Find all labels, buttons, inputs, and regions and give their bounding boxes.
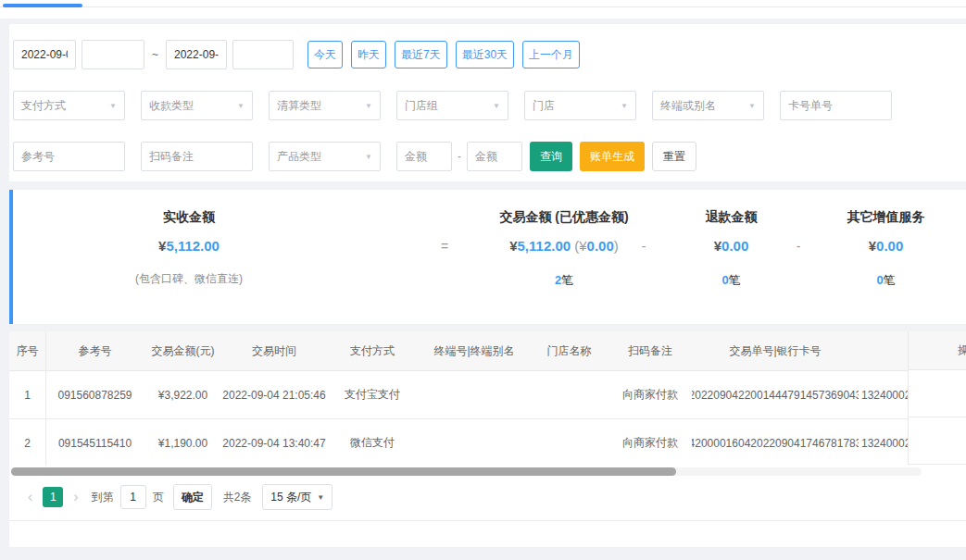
table-cell: 2 [9,419,46,466]
shortcut-lastmonth-button[interactable]: 上一个月 [522,41,580,68]
page-number-button[interactable]: 1 [43,487,63,507]
table-cell: 091560878259 [46,371,144,418]
store-group-select[interactable]: 门店组 ▼ [396,91,508,120]
start-time-input[interactable] [82,40,144,69]
shortcut-last30days-button[interactable]: 最近30天 [456,41,514,68]
operation-cell [909,417,966,465]
summary-col-received-amount: 实收金额 ¥5,112.00 (包含口碑、微信直连) [13,190,365,287]
operation-column-header: 操作 [909,331,966,370]
table-cell [530,419,608,466]
summary-count: 0笔 [650,272,812,289]
table-cell: 2022-09-04 21:05:46 [222,371,326,418]
shortcut-today-button[interactable]: 今天 [307,41,343,68]
operation-cell [909,370,966,417]
end-date-input[interactable] [166,40,227,69]
query-button[interactable]: 查询 [530,142,572,171]
caret-down-icon: ▼ [365,153,372,161]
pagination-bar: ‹ 1 › 到第 页 确定 共2条 15 条/页 ▼ [26,480,332,514]
pay-method-select[interactable]: 支付方式 ▼ [13,91,125,120]
caret-down-icon: ▼ [317,493,324,502]
table-body: 1091560878259¥3,922.002022-09-04 21:05:4… [9,371,966,466]
filter-panel: ~ 今天 昨天 最近7天 最近30天 上一个月 支付方式 ▼ 收款类型 ▼ 清算… [9,24,966,181]
table-cell: 2022-09-04 13:40:47 [222,419,326,466]
filter-row-dates: ~ 今天 昨天 最近7天 最近30天 上一个月 [13,40,962,69]
shortcut-yesterday-button[interactable]: 昨天 [351,41,386,68]
amount-max-input[interactable] [467,142,522,171]
terminal-alias-placeholder: 终端或别名 [660,98,716,114]
summary-count: 2笔 [448,272,680,289]
page-size-select[interactable]: 15 条/页 ▼ [262,484,332,510]
product-type-select[interactable]: 产品类型 ▼ [269,142,381,171]
summary-title: 退款金额 [650,209,812,226]
page-unit-label: 页 [153,490,164,505]
table-header-row: 序号参考号交易金额(元)交易时间支付方式终端号|终端别名门店名称扫码备注交易单号… [9,331,966,371]
caret-down-icon: ▼ [237,102,245,110]
reference-number-input[interactable] [13,142,125,171]
table-cell: 091545115410 [46,419,144,466]
confirm-page-button[interactable]: 确定 [173,484,212,510]
column-header: 终端号|终端别名 [419,331,530,370]
jump-to-page-label: 到第 [92,490,114,505]
transactions-table-panel: 序号参考号交易金额(元)交易时间支付方式终端号|终端别名门店名称扫码备注交易单号… [9,331,966,547]
column-header: 序号 [9,331,46,370]
table-cell: 1 [9,371,46,418]
currency-symbol: ¥ [869,238,876,254]
column-header: 扫码备注 [608,331,692,370]
caret-down-icon: ▼ [109,102,117,110]
settle-type-placeholder: 清算类型 [277,98,321,114]
operation-fixed-column: 操作 [908,331,966,465]
count-unit: 笔 [884,273,896,287]
tab-bar-border [0,6,966,7]
reset-button[interactable]: 重置 [652,142,696,171]
summary-col-other-services: 其它增值服务 ¥0.00 0笔 [800,190,966,289]
summary-title: 其它增值服务 [800,209,966,226]
caret-down-icon: ▼ [365,102,372,110]
column-header: 门店名称 [530,331,608,370]
horizontal-scrollbar-thumb[interactable] [11,467,676,476]
caret-down-icon: ▼ [748,102,756,110]
shortcut-last7days-button[interactable]: 最近7天 [395,41,447,68]
horizontal-scrollbar-track[interactable] [11,467,922,476]
summary-note: (包含口碑、微信直连) [13,271,365,287]
chevron-right-icon[interactable]: › [71,490,80,504]
pay-method-placeholder: 支付方式 [21,98,66,114]
amount-value: 5,112.00 [166,238,220,254]
settle-type-select[interactable]: 清算类型 ▼ [269,91,381,120]
end-time-input[interactable] [232,40,294,69]
table-cell: ¥3,922.00 [144,371,222,418]
column-header: 交易时间 [222,331,326,370]
amount-value: 0.00 [876,238,903,254]
page-size-value: 15 条/页 [270,490,311,505]
column-header: 参考号 [46,331,144,370]
generate-bill-button[interactable]: 账单生成 [580,142,645,171]
store-select[interactable]: 门店 ▼ [524,91,636,120]
amount-range-separator: - [458,150,461,163]
card-number-input[interactable] [780,91,892,120]
receive-type-select[interactable]: 收款类型 ▼ [141,91,253,120]
table-cell: 2022090422001444791457369043 [692,371,859,418]
summary-panel: 实收金额 ¥5,112.00 (包含口碑、微信直连) = 交易金额 (已优惠金额… [9,190,966,324]
amount-min-input[interactable] [396,142,452,171]
store-placeholder: 门店 [533,98,555,114]
count-unit: 笔 [729,273,741,287]
scan-remark-input[interactable] [141,142,253,171]
chevron-left-icon[interactable]: ‹ [26,490,34,504]
active-tab-indicator[interactable] [3,4,82,7]
receive-type-placeholder: 收款类型 [149,98,194,114]
terminal-alias-select[interactable]: 终端或别名 ▼ [652,91,764,120]
currency-symbol: ¥ [714,238,721,254]
filter-row-selects: 支付方式 ▼ 收款类型 ▼ 清算类型 ▼ 门店组 ▼ 门店 ▼ 终端或别名 ▼ [13,91,962,120]
summary-title: 实收金额 [13,209,365,226]
count-value: 0 [721,273,728,287]
jump-to-page-input[interactable] [120,485,146,509]
table-cell: 向商家付款 [608,419,692,466]
summary-title: 交易金额 (已优惠金额) [448,209,680,226]
column-header: 支付方式 [326,331,419,370]
table-cell [419,419,530,466]
start-date-input[interactable] [13,40,76,69]
column-header: 交易金额(元) [144,331,222,370]
currency-symbol: ¥ [509,238,517,254]
date-range-separator: ~ [152,48,158,61]
summary-count: 0笔 [800,272,966,289]
table-cell [530,371,608,418]
